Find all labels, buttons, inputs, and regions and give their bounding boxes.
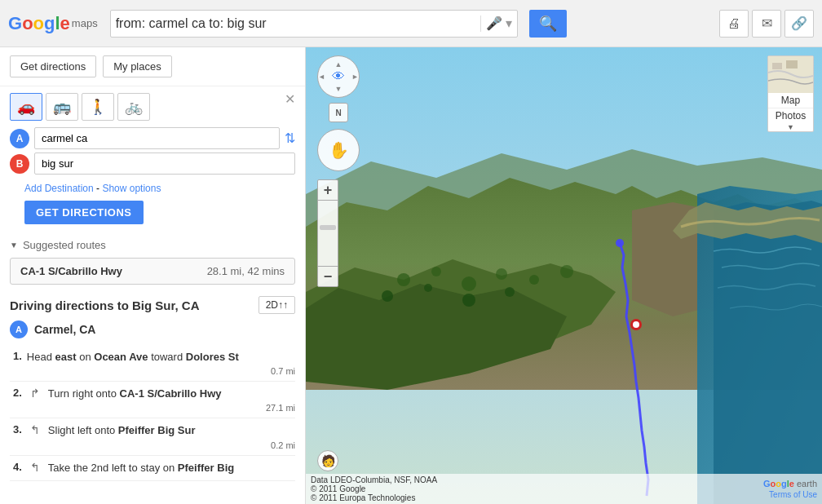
zoom-in-button[interactable]: +	[317, 179, 338, 201]
svg-point-14	[462, 276, 476, 291]
svg-point-17	[560, 265, 573, 278]
suggested-routes-label: Suggested routes	[23, 239, 106, 251]
pegman-icon: 🧑	[321, 454, 335, 467]
get-directions-button[interactable]: Get directions	[10, 55, 96, 77]
north-indicator[interactable]: N	[329, 103, 348, 122]
logo-o1: o	[22, 13, 33, 34]
svg-rect-23	[772, 63, 782, 69]
map-attribution-bar: Data LDEO-Columbia, NSF, NOAA © 2011 Goo…	[306, 474, 822, 504]
step-3-num: 3.	[13, 423, 22, 435]
photos-button[interactable]: Photos	[768, 108, 813, 123]
my-places-button[interactable]: My places	[103, 55, 172, 77]
map-type-button[interactable]: Map	[768, 93, 813, 108]
driving-directions-section: Driving directions to Big Sur, CA 2D↑↑ A…	[0, 291, 305, 486]
svg-point-9	[616, 239, 624, 247]
attribution-text-3: © 2011 Europa Technologies	[311, 493, 415, 502]
main: Get directions My places 🚗 🚌 🚶 🚲 ✕ A ⇅ B	[0, 47, 822, 504]
route-option-info: 28.1 mi, 42 mins	[207, 265, 285, 277]
zoom-controls: + −	[317, 179, 338, 287]
north-icon: N	[335, 108, 341, 117]
google-earth-logo: Google earth	[763, 479, 817, 489]
step-2-text: Turn right onto CA-1 S/Cabrillo Hwy	[48, 387, 295, 401]
suggested-routes-section: ▼ Suggested routes CA-1 S/Cabrillo Hwy 2…	[0, 232, 305, 285]
zoom-out-button[interactable]: −	[317, 266, 338, 287]
link-button[interactable]: 🔗	[784, 10, 814, 38]
svg-point-20	[462, 294, 475, 307]
step-3-dist: 0.2 mi	[13, 440, 295, 450]
right-attribution: Google earth Terms of Use	[763, 479, 817, 499]
step-2-dist: 27.1 mi	[13, 403, 295, 413]
show-options-link[interactable]: Show options	[102, 183, 161, 194]
photos-arrow-icon[interactable]: ▼	[768, 123, 813, 131]
link-icon: 🔗	[791, 15, 807, 31]
map-area[interactable]: ▲ ◄ 👁 ► ▼ N ✋ +	[306, 47, 822, 504]
terrain-map	[306, 47, 822, 504]
origin-row: A ⇅	[10, 127, 295, 149]
search-input[interactable]	[116, 16, 475, 31]
nav-compass[interactable]: ▲ ◄ 👁 ► ▼	[317, 55, 360, 98]
logo-maps: maps	[72, 17, 98, 29]
terms-of-use-link[interactable]: Terms of Use	[769, 490, 817, 499]
header-actions: 🖨 ✉ 🔗	[719, 10, 814, 38]
search-icon: 🔍	[539, 15, 557, 33]
origin-input[interactable]	[34, 127, 280, 149]
add-destination-link[interactable]: Add Destination	[24, 183, 94, 194]
map-thumbnail	[768, 56, 813, 93]
print-button[interactable]: 🖨	[719, 10, 749, 38]
travel-modes: 🚗 🚌 🚶 🚲 ✕	[0, 86, 305, 124]
step-4: 4. ↰ Take the 2nd left to stay on Pfeiff…	[10, 456, 295, 481]
route-links: Add Destination - Show options	[24, 183, 305, 194]
search-button[interactable]: 🔍	[529, 10, 567, 38]
step-3-text: Slight left onto Pfeiffer Big Sur	[48, 423, 295, 438]
google-maps-logo: Googlemaps	[8, 13, 98, 34]
data-attribution: Data LDEO-Columbia, NSF, NOAA © 2011 Goo…	[311, 475, 437, 502]
map-type-panel: Map Photos ▼	[767, 55, 814, 132]
step-4-icon: ↰	[27, 461, 43, 474]
header: Googlemaps 🎤 ▾ 🔍 🖨 ✉ 🔗	[0, 0, 822, 47]
travel-mode-bike[interactable]: 🚲	[117, 93, 150, 121]
view-2d-button[interactable]: 2D↑↑	[259, 296, 295, 314]
email-button[interactable]: ✉	[752, 10, 781, 38]
destination-label: B	[10, 154, 29, 174]
step-4-text: Take the 2nd left to stay on Pfeiffer Bi…	[48, 461, 295, 475]
route-inputs: A ⇅ B	[0, 124, 305, 183]
step-2-icon: ↱	[27, 387, 43, 400]
sidebar-top: Get directions My places	[0, 47, 305, 86]
zoom-slider[interactable]	[317, 201, 338, 266]
photos-section: Photos ▼	[768, 108, 813, 131]
swap-icon[interactable]: ⇅	[285, 130, 295, 146]
tilt-icon: ✋	[329, 140, 349, 160]
step-4-num: 4.	[13, 461, 22, 473]
step-1-text: Head east on Ocean Ave toward Dolores St	[27, 350, 295, 365]
directions-title-row: Driving directions to Big Sur, CA 2D↑↑	[10, 296, 295, 314]
step-1-dist: 0.7 mi	[13, 366, 295, 376]
sidebar: Get directions My places 🚗 🚌 🚶 🚲 ✕ A ⇅ B	[0, 47, 306, 504]
street-view-pegman[interactable]: 🧑	[317, 450, 338, 471]
svg-marker-7	[714, 201, 822, 504]
get-directions-submit-button[interactable]: GET DIRECTIONS	[24, 201, 144, 224]
travel-mode-transit[interactable]: 🚌	[46, 93, 78, 121]
map-controls: ▲ ◄ 👁 ► ▼ N ✋ +	[317, 55, 360, 287]
destination-row: B	[10, 153, 295, 175]
origin-label: A	[10, 129, 29, 148]
svg-point-18	[382, 290, 393, 302]
mic-icon[interactable]: 🎤	[486, 15, 502, 31]
svg-rect-24	[786, 60, 798, 69]
suggested-routes-header: ▼ Suggested routes	[10, 239, 295, 251]
search-bar: 🎤 ▾	[110, 10, 518, 38]
close-icon[interactable]: ✕	[285, 93, 295, 106]
step-2-num: 2.	[13, 387, 22, 399]
tilt-control[interactable]: ✋	[317, 129, 360, 171]
start-location: A Carmel, CA	[10, 321, 295, 338]
travel-mode-car[interactable]: 🚗	[10, 93, 42, 121]
svg-point-21	[505, 287, 515, 297]
logo-o2: o	[33, 13, 44, 34]
logo-g: G	[8, 13, 22, 34]
svg-point-13	[431, 267, 441, 276]
dropdown-icon[interactable]: ▾	[506, 15, 512, 31]
svg-point-15	[496, 268, 507, 280]
destination-input[interactable]	[34, 153, 295, 175]
svg-point-16	[529, 275, 539, 285]
travel-mode-walk[interactable]: 🚶	[82, 93, 114, 121]
route-option[interactable]: CA-1 S/Cabrillo Hwy 28.1 mi, 42 mins	[10, 258, 295, 285]
